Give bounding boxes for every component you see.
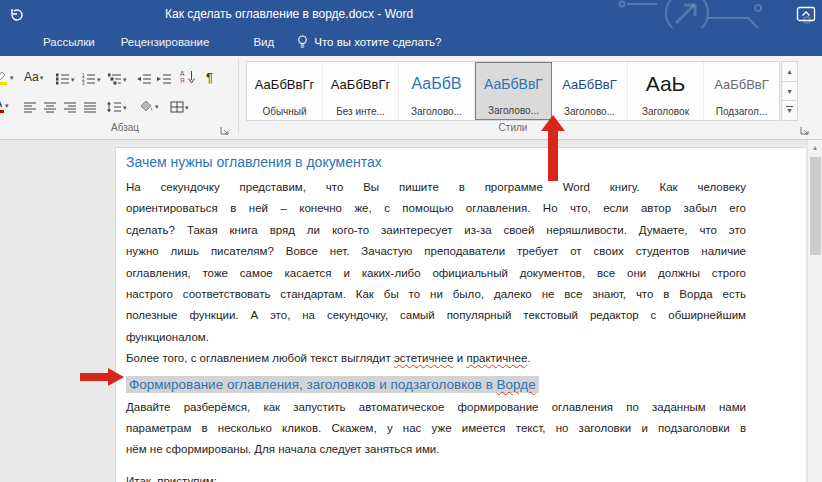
vertical-scrollbar[interactable]: ▴: [807, 140, 822, 482]
gallery-more-button[interactable]: ▾: [781, 101, 798, 121]
numbering-button[interactable]: 123 ▾: [82, 69, 101, 89]
style-item-subtitle[interactable]: АаБбВвГ Подзагол...: [704, 62, 779, 120]
chevron-down-icon: ▾: [123, 104, 127, 111]
selection-highlight: Формирование оглавления, заголовков и по…: [126, 376, 539, 393]
align-right-button[interactable]: [64, 97, 77, 117]
word-window: Как сделать оглавление в ворде.docx - Wo…: [0, 0, 822, 482]
borders-icon: [170, 101, 184, 113]
text-line: полезные функции. А это, на секундочку, …: [126, 305, 746, 326]
multilevel-list-button[interactable]: ▾: [108, 69, 127, 89]
line-spacing-icon: [106, 101, 122, 113]
justify-button[interactable]: [84, 97, 97, 117]
align-right-icon: [64, 102, 77, 113]
text-highlight-color-button[interactable]: ▾: [0, 67, 14, 87]
paragraph-dialog-launcher[interactable]: [220, 122, 232, 134]
group-label-styles: Стили: [246, 122, 780, 133]
ribbon: ▾ А ▾ Aa ▾ ▾: [0, 56, 822, 140]
doc-heading-1: Зачем нужны оглавления в документах: [126, 152, 806, 172]
style-item-heading2-selected[interactable]: АаБбВвГ Заголово...: [475, 62, 552, 120]
align-left-button[interactable]: [24, 97, 37, 117]
bullets-button[interactable]: ▾: [56, 69, 75, 89]
decrease-indent-icon: [136, 73, 152, 85]
group-separator: [238, 59, 239, 133]
paragraph-4: Итак, приступим:: [126, 471, 806, 482]
paragraph-3: Давайте разберёмся, как запустить автома…: [126, 397, 746, 461]
svg-text:3: 3: [82, 81, 85, 85]
gallery-scroll-up-button[interactable]: ▴: [781, 61, 798, 82]
more-bar: [786, 106, 793, 107]
lightbulb-icon: [297, 35, 308, 49]
styles-gallery-scroll: ▴ ▾ ▾: [781, 61, 798, 121]
chevron-down-icon: ▾: [185, 104, 189, 111]
chevron-down-icon: ▾: [5, 102, 9, 109]
align-center-button[interactable]: [44, 97, 57, 117]
gallery-scroll-down-button[interactable]: ▾: [781, 82, 798, 102]
style-item-heading1[interactable]: АаБбВ Заголово...: [399, 62, 475, 120]
scrollbar-thumb[interactable]: [810, 157, 821, 255]
chevron-down-icon: ▾: [155, 103, 159, 110]
misspelled-word: эстетичнее: [394, 352, 454, 364]
text-line: оглавления, тоже самое касается и каких-…: [126, 263, 746, 284]
styles-dialog-launcher[interactable]: [800, 122, 812, 134]
style-item-title[interactable]: АаЬ Заголовок: [628, 62, 704, 120]
align-center-icon: [44, 102, 57, 113]
line-spacing-button[interactable]: ▾: [106, 97, 127, 117]
increase-indent-icon: [156, 73, 172, 85]
doc-heading-2-selected: Формирование оглавления, заголовков и по…: [126, 374, 806, 396]
ribbon-tabs: Рассылки Рецензирование Вид Что вы хотит…: [0, 28, 822, 56]
text-line: функционалом.: [126, 327, 746, 348]
chevron-down-icon: ▾: [97, 76, 101, 83]
text-line: Давайте разберёмся, как запустить автома…: [126, 397, 746, 418]
ribbon-display-options-icon[interactable]: [796, 6, 816, 22]
font-color-button[interactable]: А ▾: [0, 95, 9, 115]
tab-view[interactable]: Вид: [240, 28, 287, 56]
sort-button[interactable]: А Я: [180, 67, 196, 87]
style-item-no-spacing[interactable]: АаБбВвГг Без инте...: [323, 62, 399, 120]
tell-me-box[interactable]: Что вы хотите сделать?: [297, 35, 441, 49]
text-line: На секундочку представим, что Вы пишите …: [126, 177, 746, 198]
document-page[interactable]: Зачем нужны оглавления в документах На с…: [115, 147, 806, 482]
tab-review[interactable]: Рецензирование: [108, 28, 223, 56]
bullets-icon: [56, 73, 70, 85]
window-title: Как сделать оглавление в ворде.docx - Wo…: [165, 7, 413, 21]
chevron-down-icon: ▾: [71, 76, 75, 83]
text-line: ориентироваться в ней – конечно же, с по…: [126, 198, 746, 219]
tab-mailings[interactable]: Рассылки: [30, 28, 108, 56]
styles-gallery: АаБбВвГг Обычный АаБбВвГг Без инте... Аа…: [246, 61, 780, 121]
undo-icon[interactable]: [9, 7, 25, 21]
svg-text:А: А: [180, 70, 185, 77]
style-item-heading3[interactable]: АаБбВвГ Заголово...: [552, 62, 628, 120]
borders-button[interactable]: ▾: [170, 97, 189, 117]
shading-button[interactable]: ▾: [138, 96, 159, 116]
pilcrow-icon: ¶: [206, 71, 213, 84]
numbering-icon: 123: [82, 73, 96, 85]
scroll-up-button[interactable]: ▴: [808, 140, 822, 155]
misspelled-word: Ворде: [497, 377, 536, 392]
decrease-indent-button[interactable]: [136, 69, 152, 89]
paragraph-1: На секундочку представим, что Вы пишите …: [126, 177, 746, 348]
align-left-icon: [24, 102, 37, 113]
text-line: сделать? Такая книга вряд ли кого-то заи…: [126, 220, 746, 241]
justify-icon: [84, 102, 97, 113]
paragraph-2: Более того, с оглавлением любой текст вы…: [126, 348, 746, 369]
shading-icon: [138, 100, 154, 113]
change-case-button[interactable]: Aa ▾: [24, 67, 43, 87]
sort-icon: А Я: [180, 70, 196, 84]
misspelled-word: практичнее: [466, 352, 527, 364]
text-line: настрого соответствовать стандартам. Как…: [126, 284, 746, 305]
multilevel-list-icon: [108, 73, 122, 85]
show-paragraph-marks-button[interactable]: ¶: [206, 67, 213, 87]
document-area: Зачем нужны оглавления в документах На с…: [0, 140, 822, 482]
font-color-icon: А: [0, 98, 4, 113]
title-bar: Как сделать оглавление в ворде.docx - Wo…: [0, 0, 822, 28]
annotation-arrow-right-icon: [80, 367, 124, 387]
text-line: параметрам в несколько кликов. Скажем, у…: [126, 418, 746, 439]
chevron-down-icon: ▾: [123, 76, 127, 83]
svg-text:Я: Я: [180, 77, 185, 84]
text-line: нём не сформированы. Для начала следует …: [126, 439, 746, 460]
style-item-normal[interactable]: АаБбВвГг Обычный: [247, 62, 323, 120]
chevron-down-icon: ▾: [40, 74, 44, 81]
annotation-arrow-up-icon: [540, 115, 566, 181]
increase-indent-button[interactable]: [156, 69, 172, 89]
chevron-down-icon: ▾: [10, 74, 14, 81]
